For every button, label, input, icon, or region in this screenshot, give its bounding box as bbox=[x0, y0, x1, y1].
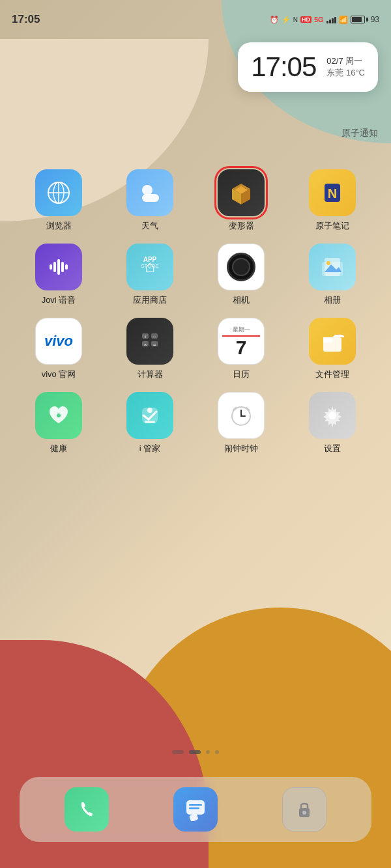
app-weather[interactable]: 天气 bbox=[114, 169, 186, 232]
manager-icon bbox=[126, 392, 173, 439]
page-indicators bbox=[0, 750, 391, 754]
status-icons: ⏰ ⚡ N HD 5G 📶 93 bbox=[270, 15, 379, 24]
vivo-icon: vivo bbox=[35, 318, 82, 365]
alarm-icon bbox=[218, 392, 265, 439]
svg-rect-13 bbox=[50, 264, 52, 270]
app-row-2: Jovi 语音 ⌂ APP STORE 应用商店 相机 bbox=[13, 244, 378, 306]
signal-icon bbox=[326, 16, 336, 23]
alarm-label: 闹钟时钟 bbox=[224, 443, 258, 455]
atomic-notification[interactable]: 原子通知 bbox=[341, 127, 378, 139]
page-indicator-2 bbox=[189, 750, 201, 754]
5g-badge: 5G bbox=[314, 16, 324, 23]
gallery-label: 相册 bbox=[324, 294, 341, 306]
svg-rect-34 bbox=[323, 337, 332, 343]
calc-icon: + − × = bbox=[126, 318, 173, 365]
bluetooth-icon: ⚡ bbox=[282, 16, 291, 24]
app-row-3: vivo vivo 官网 + − × = 计算器 bbox=[13, 318, 378, 380]
settings-label: 设置 bbox=[324, 443, 341, 455]
camera-label: 相机 bbox=[233, 294, 250, 306]
calendar-icon: 星期一 7 bbox=[218, 318, 265, 365]
app-files[interactable]: 文件管理 bbox=[297, 318, 368, 380]
svg-text:×: × bbox=[144, 342, 147, 348]
app-health[interactable]: 健康 bbox=[23, 392, 94, 455]
svg-point-51 bbox=[302, 811, 306, 815]
clock-weather: 东莞 16°C bbox=[326, 67, 365, 79]
svg-rect-49 bbox=[189, 807, 199, 809]
calc-label: 计算器 bbox=[138, 369, 163, 380]
page-indicator-1 bbox=[172, 750, 184, 754]
svg-text:APP: APP bbox=[143, 256, 157, 263]
svg-rect-5 bbox=[142, 194, 159, 202]
camera-icon bbox=[218, 244, 265, 290]
dock-messages[interactable] bbox=[173, 787, 218, 832]
status-time: 17:05 bbox=[12, 13, 40, 26]
app-transformer[interactable]: 变形器 bbox=[205, 169, 277, 232]
clock-widget[interactable]: 17:05 02/7 周一 东莞 16°C bbox=[238, 42, 378, 92]
app-calendar[interactable]: 星期一 7 日历 bbox=[205, 318, 277, 380]
browser-label: 浏览器 bbox=[46, 220, 72, 232]
transformer-label: 变形器 bbox=[229, 220, 254, 232]
transformer-icon bbox=[218, 169, 265, 216]
page-indicator-3 bbox=[206, 750, 210, 754]
gallery-icon bbox=[309, 244, 356, 290]
app-jovi[interactable]: Jovi 语音 bbox=[23, 244, 94, 306]
wifi-icon: 📶 bbox=[339, 16, 348, 24]
dock-phone[interactable] bbox=[65, 787, 109, 832]
svg-text:+: + bbox=[144, 334, 147, 340]
svg-rect-48 bbox=[189, 804, 202, 806]
appstore-icon: ⌂ APP STORE bbox=[126, 244, 173, 290]
svg-rect-14 bbox=[53, 262, 56, 272]
svg-rect-16 bbox=[61, 262, 64, 272]
app-calc[interactable]: + − × = 计算器 bbox=[114, 318, 186, 380]
app-vivo-web[interactable]: vivo vivo 官网 bbox=[23, 318, 94, 380]
files-label: 文件管理 bbox=[315, 369, 349, 380]
dock bbox=[20, 777, 371, 842]
app-settings[interactable]: 设置 bbox=[297, 392, 368, 455]
status-bar: 17:05 ⏰ ⚡ N HD 5G 📶 93 bbox=[0, 0, 391, 33]
notes-icon: N bbox=[309, 169, 356, 216]
appstore-label: 应用商店 bbox=[133, 294, 167, 306]
svg-point-4 bbox=[142, 185, 152, 195]
jovi-label: Jovi 语音 bbox=[42, 294, 76, 306]
nfc-icon: N bbox=[293, 16, 298, 23]
clock-date: 02/7 周一 bbox=[326, 55, 362, 67]
svg-point-24 bbox=[326, 261, 330, 265]
svg-rect-38 bbox=[145, 421, 155, 423]
health-label: 健康 bbox=[50, 443, 67, 455]
app-alarm[interactable]: 闹钟时钟 bbox=[205, 392, 277, 455]
app-appstore[interactable]: ⌂ APP STORE 应用商店 bbox=[114, 244, 186, 306]
health-icon bbox=[35, 392, 82, 439]
dock-lock[interactable] bbox=[282, 787, 326, 832]
svg-rect-17 bbox=[65, 264, 68, 270]
settings-icon bbox=[309, 392, 356, 439]
svg-text:−: − bbox=[153, 334, 156, 340]
files-icon bbox=[309, 318, 356, 365]
svg-text:=: = bbox=[153, 342, 156, 348]
svg-text:N: N bbox=[328, 186, 337, 201]
app-row-1: 浏览器 天气 bbox=[13, 169, 378, 232]
app-manager[interactable]: i 管家 bbox=[114, 392, 186, 455]
svg-text:STORE: STORE bbox=[141, 263, 158, 269]
svg-rect-15 bbox=[57, 259, 60, 275]
battery-indicator bbox=[351, 16, 368, 23]
app-browser[interactable]: 浏览器 bbox=[23, 169, 94, 232]
clock-time: 17:05 bbox=[251, 51, 316, 83]
battery-percent: 93 bbox=[371, 15, 379, 24]
notes-label: 原子笔记 bbox=[315, 220, 349, 232]
hd-badge: HD bbox=[300, 16, 311, 23]
svg-point-37 bbox=[147, 408, 152, 413]
weather-icon bbox=[126, 169, 173, 216]
atomic-notif-label: 原子通知 bbox=[341, 128, 378, 138]
svg-line-44 bbox=[246, 408, 249, 410]
app-notes[interactable]: N 原子笔记 bbox=[297, 169, 368, 232]
svg-line-43 bbox=[233, 408, 236, 410]
app-row-4: 健康 i 管家 bbox=[13, 392, 378, 455]
page-indicator-4 bbox=[215, 750, 219, 754]
app-gallery[interactable]: 相册 bbox=[297, 244, 368, 306]
browser-icon bbox=[35, 169, 82, 216]
clock-info: 02/7 周一 东莞 16°C bbox=[326, 55, 365, 79]
jovi-icon bbox=[35, 244, 82, 290]
svg-point-35 bbox=[57, 413, 61, 417]
vivo-label: vivo 官网 bbox=[42, 369, 76, 380]
app-camera[interactable]: 相机 bbox=[205, 244, 277, 306]
